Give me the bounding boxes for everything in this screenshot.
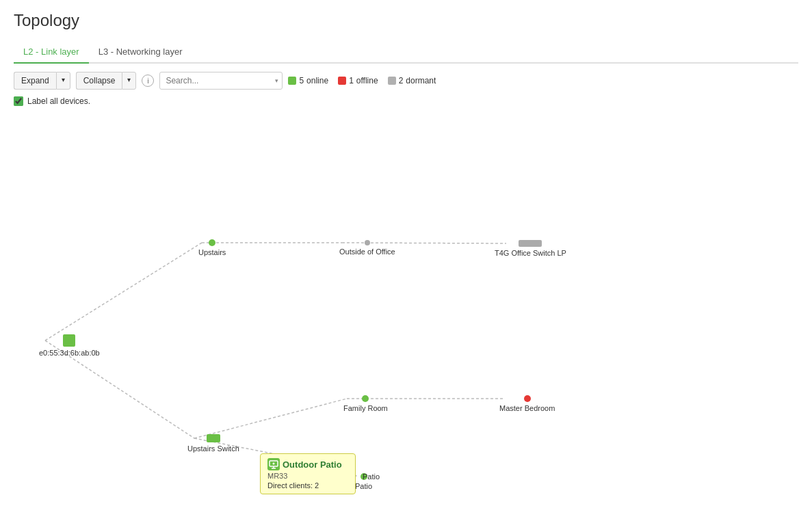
- legend-online: 5 online: [288, 76, 328, 85]
- node-label-e0_mac: e0:55:3d:6b:ab:0b: [39, 349, 100, 357]
- tooltip-clients: Direct clients: 2: [267, 481, 348, 490]
- online-count: 5: [299, 76, 304, 85]
- tooltip-device-icon: [267, 458, 280, 470]
- legend: 5 online 1 offline 2 dormant: [288, 76, 436, 85]
- node-label-t4g_switch: T4G Office Switch LP: [495, 249, 566, 257]
- node-label-upstairs_switch: Upstairs Switch: [187, 444, 239, 453]
- node-family_room[interactable]: Family Room: [343, 395, 388, 412]
- search-input[interactable]: [159, 72, 283, 90]
- dormant-dot: [388, 77, 396, 85]
- tab-bar: L2 - Link layer L3 - Networking layer: [14, 41, 798, 64]
- tooltip-title: Outdoor Patio: [267, 458, 348, 470]
- svg-line-0: [45, 243, 202, 340]
- collapse-caret[interactable]: ▾: [122, 72, 136, 90]
- online-dot: [288, 77, 296, 85]
- node-e0_mac[interactable]: e0:55:3d:6b:ab:0b: [39, 334, 100, 357]
- svg-line-4: [194, 399, 347, 438]
- node-t4g_switch[interactable]: T4G Office Switch LP: [495, 240, 566, 257]
- topology-canvas: UpstairsOutside of OfficeT4G Office Swit…: [14, 111, 798, 494]
- node-label-outside_office: Outside of Office: [339, 248, 395, 256]
- node-label-patio: Patio: [355, 482, 372, 490]
- node-upstairs[interactable]: Upstairs: [198, 239, 226, 256]
- expand-button[interactable]: Expand: [14, 72, 56, 90]
- tooltip-clients-label: Direct clients:: [267, 481, 313, 490]
- tooltip-clients-count: 2: [315, 481, 319, 490]
- label-all-text[interactable]: Label all devices.: [27, 96, 90, 106]
- legend-offline: 1 offline: [338, 76, 378, 85]
- offline-count: 1: [349, 76, 354, 85]
- connection-svg: [14, 111, 798, 494]
- tooltip-model: MR33: [267, 472, 348, 480]
- dormant-count: 2: [399, 76, 404, 85]
- node-outside_office[interactable]: Outside of Office: [339, 240, 395, 256]
- dormant-label: dormant: [406, 76, 436, 85]
- toolbar: Expand ▾ Collapse ▾ i ▾ 5 online 1 offli…: [14, 72, 798, 90]
- tab-l2[interactable]: L2 - Link layer: [14, 41, 89, 64]
- node-patio-label: Patio: [363, 472, 380, 481]
- node-label-upstairs: Upstairs: [198, 248, 226, 256]
- node-master_bedroom[interactable]: Master Bedroom: [499, 395, 555, 412]
- node-upstairs_switch[interactable]: Upstairs Switch: [187, 434, 239, 453]
- offline-label: offline: [356, 76, 378, 85]
- collapse-group: Collapse ▾: [76, 72, 137, 90]
- tooltip-device-name: Outdoor Patio: [283, 459, 342, 470]
- info-icon[interactable]: i: [142, 75, 154, 87]
- expand-group: Expand ▾: [14, 72, 70, 90]
- tab-l3[interactable]: L3 - Networking layer: [89, 41, 192, 64]
- label-all-checkbox[interactable]: [14, 96, 23, 106]
- label-all-row: Label all devices.: [14, 96, 798, 106]
- search-wrapper: ▾: [159, 72, 283, 90]
- node-label-family_room: Family Room: [343, 404, 388, 412]
- offline-dot: [338, 77, 346, 85]
- node-label-master_bedroom: Master Bedroom: [499, 404, 555, 412]
- expand-caret[interactable]: ▾: [56, 72, 70, 90]
- legend-dormant: 2 dormant: [388, 76, 436, 85]
- collapse-button[interactable]: Collapse: [76, 72, 122, 90]
- tooltip-box: Outdoor Patio MR33 Direct clients: 2: [260, 453, 356, 494]
- page-title: Topology: [14, 11, 798, 30]
- online-label: online: [306, 76, 328, 85]
- svg-point-11: [273, 463, 275, 465]
